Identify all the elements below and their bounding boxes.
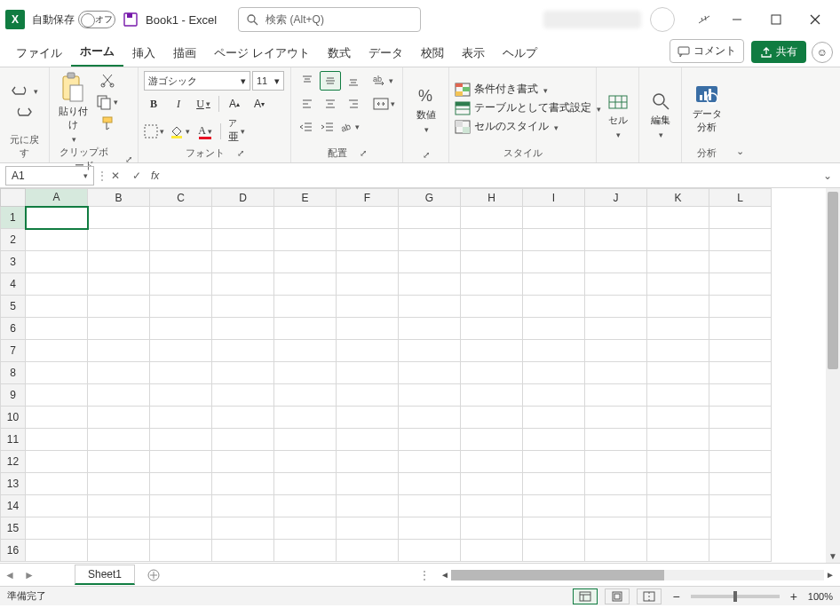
cell[interactable] bbox=[212, 517, 274, 540]
format-painter-button[interactable] bbox=[98, 114, 117, 133]
cell[interactable] bbox=[399, 229, 461, 251]
tab-help[interactable]: ヘルプ bbox=[494, 40, 546, 67]
cell[interactable] bbox=[337, 362, 399, 384]
cell[interactable] bbox=[150, 407, 212, 429]
name-box[interactable]: A1▾ bbox=[5, 166, 94, 186]
cell[interactable] bbox=[26, 362, 88, 384]
cell[interactable] bbox=[399, 540, 461, 562]
cell[interactable] bbox=[212, 318, 274, 340]
cell[interactable] bbox=[212, 251, 274, 273]
cell[interactable] bbox=[523, 384, 585, 407]
cell[interactable] bbox=[337, 451, 399, 473]
cell[interactable] bbox=[337, 229, 399, 251]
cell[interactable] bbox=[26, 495, 88, 517]
cell[interactable] bbox=[150, 473, 212, 495]
cell[interactable] bbox=[585, 407, 647, 429]
font-color-button[interactable]: A bbox=[195, 122, 215, 141]
cell[interactable] bbox=[647, 451, 709, 473]
sheet-tab[interactable]: Sheet1 bbox=[75, 565, 135, 585]
cell[interactable] bbox=[26, 296, 88, 318]
cell[interactable] bbox=[709, 429, 772, 451]
row-header[interactable]: 7 bbox=[1, 340, 26, 362]
window-close-button[interactable] bbox=[796, 6, 835, 33]
cell[interactable] bbox=[88, 318, 150, 340]
cell[interactable] bbox=[212, 429, 274, 451]
cell[interactable] bbox=[461, 207, 523, 229]
cell[interactable] bbox=[26, 384, 88, 407]
phonetic-button[interactable]: ア亜 bbox=[226, 117, 246, 145]
cell[interactable] bbox=[88, 540, 150, 562]
clipboard-launcher-icon[interactable]: ⤢ bbox=[125, 154, 132, 164]
formula-input[interactable] bbox=[162, 166, 815, 186]
row-header[interactable]: 13 bbox=[1, 473, 26, 495]
number-launcher-icon[interactable]: ⤢ bbox=[423, 150, 430, 160]
tab-draw[interactable]: 描画 bbox=[164, 40, 205, 67]
user-avatar[interactable] bbox=[650, 7, 675, 32]
cell[interactable] bbox=[26, 207, 88, 229]
cell[interactable] bbox=[647, 251, 709, 273]
cell[interactable] bbox=[26, 473, 88, 495]
cell[interactable] bbox=[212, 229, 274, 251]
cell[interactable] bbox=[461, 451, 523, 473]
cell[interactable] bbox=[523, 540, 585, 562]
italic-button[interactable]: I bbox=[169, 94, 188, 114]
redo-button[interactable] bbox=[15, 105, 35, 119]
cell[interactable] bbox=[88, 296, 150, 318]
sheet-nav-prev-icon[interactable]: ◄ bbox=[0, 569, 20, 581]
cell[interactable] bbox=[399, 429, 461, 451]
cell[interactable] bbox=[585, 384, 647, 407]
view-normal-button[interactable] bbox=[573, 588, 598, 604]
cell[interactable] bbox=[88, 273, 150, 296]
cell[interactable] bbox=[274, 229, 337, 251]
cell[interactable] bbox=[274, 362, 337, 384]
formula-bar-expand-icon[interactable]: ⌄ bbox=[815, 170, 840, 182]
sheet-bar-options-icon[interactable]: ⋮ bbox=[414, 569, 435, 581]
zoom-slider[interactable] bbox=[691, 595, 780, 598]
cell[interactable] bbox=[461, 318, 523, 340]
cell[interactable] bbox=[150, 384, 212, 407]
cell[interactable] bbox=[399, 473, 461, 495]
cell[interactable] bbox=[150, 296, 212, 318]
cell[interactable] bbox=[709, 296, 772, 318]
cell[interactable] bbox=[26, 540, 88, 562]
cell[interactable] bbox=[150, 251, 212, 273]
cell[interactable] bbox=[274, 495, 337, 517]
row-header[interactable]: 10 bbox=[1, 407, 26, 429]
cell[interactable] bbox=[399, 296, 461, 318]
column-header[interactable]: K bbox=[647, 189, 709, 207]
cell[interactable] bbox=[585, 473, 647, 495]
cell[interactable] bbox=[647, 517, 709, 540]
row-header[interactable]: 5 bbox=[1, 296, 26, 318]
cell[interactable] bbox=[88, 473, 150, 495]
share-button[interactable]: 共有 bbox=[751, 41, 806, 63]
cell[interactable] bbox=[274, 318, 337, 340]
column-header[interactable]: B bbox=[88, 189, 150, 207]
paste-button[interactable]: 貼り付け bbox=[55, 71, 91, 144]
cell[interactable] bbox=[212, 207, 274, 229]
cell[interactable] bbox=[274, 451, 337, 473]
decrease-indent-button[interactable] bbox=[297, 117, 316, 137]
cell[interactable] bbox=[88, 207, 150, 229]
cell[interactable] bbox=[523, 318, 585, 340]
tab-review[interactable]: 校閲 bbox=[412, 40, 453, 67]
column-header[interactable]: F bbox=[337, 189, 399, 207]
cell[interactable] bbox=[150, 318, 212, 340]
conditional-format-button[interactable]: 条件付き書式 bbox=[455, 81, 548, 98]
column-header[interactable]: I bbox=[523, 189, 585, 207]
sheet-nav-next-icon[interactable]: ► bbox=[20, 569, 39, 581]
cell[interactable] bbox=[150, 273, 212, 296]
row-header[interactable]: 11 bbox=[1, 429, 26, 451]
cell[interactable] bbox=[274, 340, 337, 362]
cell[interactable] bbox=[461, 407, 523, 429]
increase-font-button[interactable]: A▴ bbox=[225, 94, 244, 114]
cell[interactable] bbox=[212, 473, 274, 495]
cell[interactable] bbox=[647, 229, 709, 251]
row-header[interactable]: 2 bbox=[1, 229, 26, 251]
cell[interactable] bbox=[26, 251, 88, 273]
cell[interactable] bbox=[88, 251, 150, 273]
cell[interactable] bbox=[647, 540, 709, 562]
cell[interactable] bbox=[461, 473, 523, 495]
cell[interactable] bbox=[709, 251, 772, 273]
cell[interactable] bbox=[709, 495, 772, 517]
cell[interactable] bbox=[523, 473, 585, 495]
